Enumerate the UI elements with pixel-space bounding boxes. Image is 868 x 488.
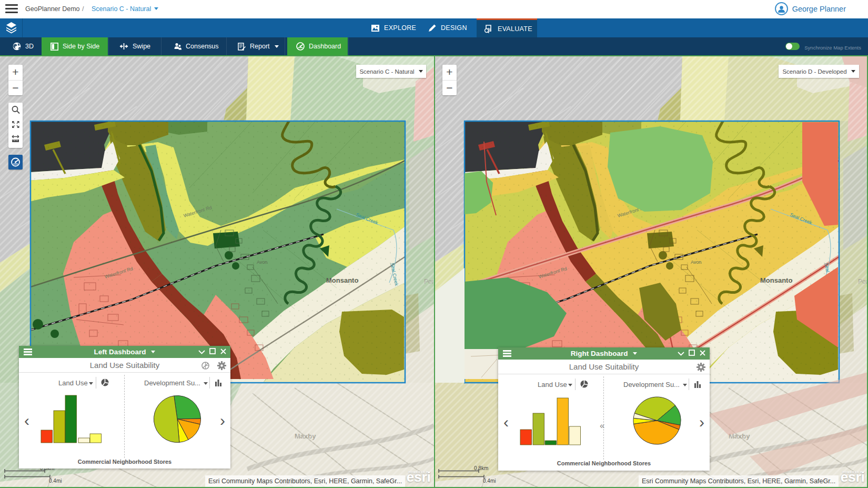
svg-text:0.4mi: 0.4mi bbox=[49, 478, 62, 484]
svg-text:0.4mi: 0.4mi bbox=[483, 478, 496, 484]
svg-text:0.8km: 0.8km bbox=[474, 466, 488, 471]
